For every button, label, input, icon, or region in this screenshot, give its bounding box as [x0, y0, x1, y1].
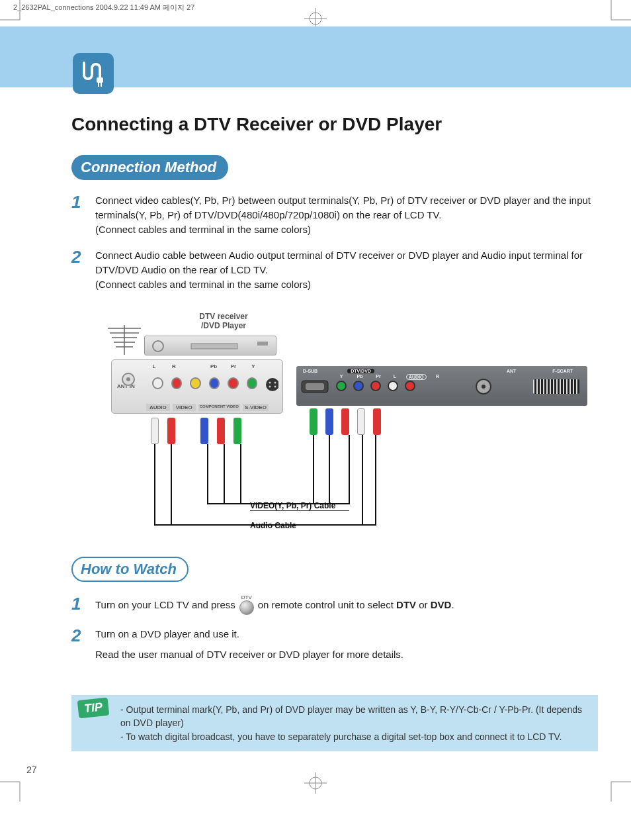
tv-cable-plugs: [310, 408, 381, 435]
tv-jack-pb: [353, 381, 364, 391]
page-title: Connecting a DTV Receiver or DVD Player: [71, 114, 598, 135]
svg-point-16: [153, 341, 163, 351]
watch1-pre: Turn on your LCD TV and press: [95, 598, 235, 612]
connection-step-2: 2 Connect Audio cable between Audio outp…: [71, 248, 598, 291]
watch2-line2: Read the user manual of DTV receiver or …: [95, 647, 403, 662]
watch-step-2: 2 Turn on a DVD player and use it. Read …: [71, 627, 598, 663]
watch1-or: or: [416, 599, 431, 610]
tv-fscart-label: F-SCART: [552, 369, 573, 373]
crop-marks-top: [0, 0, 631, 26]
tv-jack-y: [336, 381, 347, 391]
jack-y: [247, 377, 258, 389]
video-cable-label: VIDEO(Y, Pb, Pr) Cable: [250, 501, 335, 510]
antenna-icon: [101, 318, 147, 358]
tv-rear-panel: D-SUB DTV/DVD ANT F-SCART Y Pb Pr L AUDI…: [296, 366, 587, 406]
tv-ant-jack-icon: [475, 378, 492, 395]
svg-rect-17: [191, 344, 237, 349]
remote-button-label: DTV: [241, 595, 252, 600]
device-cable-plugs: [151, 418, 241, 444]
watch1-post: on remote control unit to select: [258, 599, 396, 610]
scart-port-icon: [533, 379, 579, 394]
panel-audio-label: AUDIO: [146, 404, 170, 411]
step-number: 2: [71, 627, 86, 644]
remote-dtv-button: DTV: [239, 595, 254, 615]
page: CONNECTIONS Connecting a DTV Receiver or…: [0, 0, 631, 775]
dvd-player-device: [144, 336, 276, 355]
tip-text: - Output terminal mark(Y, Pb, and Pr) of…: [120, 703, 586, 743]
jack-audio-r: [171, 377, 183, 389]
svideo-jack-icon: [265, 377, 278, 392]
jack-label-l: L: [148, 363, 160, 369]
svg-point-23: [274, 381, 276, 383]
connection-step-1: 1 Connect video cables(Y, Pb, Pr) betwee…: [71, 193, 598, 236]
svg-rect-7: [97, 77, 103, 83]
step-number: 1: [71, 595, 86, 612]
tip-line1: - Output terminal mark(Y, Pb, and Pr) of…: [120, 703, 586, 730]
tv-audio-r-label: R: [435, 374, 441, 380]
jack-audio-l: [152, 377, 163, 389]
jack-label-y: Y: [247, 363, 259, 369]
step-text: Connect Audio cable between Audio output…: [95, 248, 598, 291]
tv-pr-label: Pr: [373, 374, 384, 380]
watch-step-1: 1 Turn on your LCD TV and press DTV on r…: [71, 595, 598, 615]
jack-label-pb: Pb: [208, 363, 220, 369]
step-text: Connect video cables(Y, Pb, Pr) between …: [95, 193, 598, 236]
panel-component-label: COMPONENT VIDEO: [198, 404, 240, 411]
ant-jack-icon: [121, 372, 136, 392]
watch2-line1: Turn on a DVD player and use it.: [95, 627, 403, 641]
jack-pb: [209, 377, 220, 389]
svg-rect-18: [257, 342, 268, 346]
jack-video: [190, 377, 201, 389]
svg-point-24: [269, 385, 271, 387]
section-how-to-watch: How to Watch: [71, 557, 189, 582]
step-text: Turn on a DVD player and use it. Read th…: [95, 627, 403, 663]
tv-jack-audio-l: [388, 381, 398, 391]
watch1-dvd: DVD: [431, 599, 452, 610]
svg-point-21: [266, 378, 278, 391]
svg-point-22: [269, 381, 271, 383]
content-area: CONNECTIONS Connecting a DTV Receiver or…: [0, 87, 631, 751]
step-number: 1: [71, 193, 86, 210]
crop-marks-bottom: [0, 769, 631, 802]
audio-cable-label: Audio Cable: [250, 521, 296, 530]
tip-box: TIP - Output terminal mark(Y, Pb, and Pr…: [71, 695, 598, 751]
jack-label-r: R: [168, 363, 180, 369]
dsub-port-icon: [300, 378, 329, 395]
step-number: 2: [71, 248, 86, 265]
tip-badge: TIP: [77, 698, 110, 719]
tip-line2: - To watch digital broadcast, you have t…: [120, 730, 586, 743]
top-color-band: [0, 26, 631, 87]
diagram-device-label: DTV receiver /DVD Player: [190, 312, 257, 331]
section-connection-method: Connection Method: [71, 155, 228, 180]
device-output-panel: ANT IN L R Pb Pr Y: [111, 359, 283, 414]
step-text: Turn on your LCD TV and press DTV on rem…: [95, 595, 454, 615]
tv-y-label: Y: [336, 374, 347, 380]
tv-jack-audio-r: [405, 381, 415, 391]
panel-video-label: VIDEO: [173, 404, 196, 411]
tv-dsub-label: D-SUB: [303, 369, 317, 373]
svg-rect-27: [306, 383, 324, 390]
tv-ant-label: ANT: [507, 369, 516, 373]
remote-button-icon: [239, 600, 254, 615]
tv-audio-label: AUDIO: [406, 374, 427, 380]
svg-point-25: [274, 385, 276, 387]
connection-diagram: DTV receiver /DVD Player: [98, 312, 561, 530]
watch1-dtv: DTV: [396, 599, 416, 610]
jack-pr: [228, 377, 239, 389]
svg-point-29: [482, 385, 485, 389]
jack-label-pr: Pr: [228, 363, 239, 369]
watch1-end: .: [451, 599, 454, 610]
tv-jack-pr: [370, 381, 381, 391]
panel-svideo-label: S-VIDEO: [243, 404, 269, 411]
tv-audio-l-label: L: [392, 374, 398, 380]
tv-pb-label: Pb: [355, 374, 365, 380]
tv-dtvdvd-label: DTV/DVD: [347, 369, 374, 373]
svg-point-20: [126, 377, 130, 381]
